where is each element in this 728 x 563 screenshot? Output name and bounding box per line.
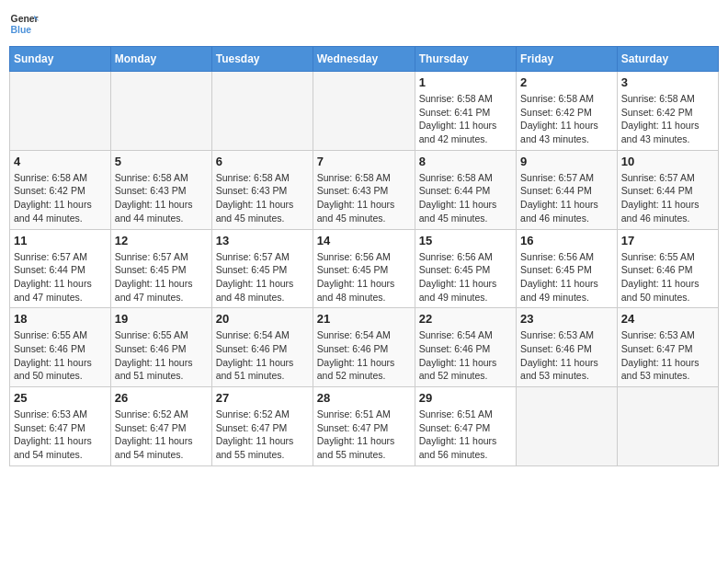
day-info: Sunrise: 6:57 AM Sunset: 6:45 PM Dayligh…	[216, 250, 309, 304]
weekday-header-tuesday: Tuesday	[211, 47, 313, 72]
day-number: 26	[115, 391, 208, 405]
weekday-header-thursday: Thursday	[415, 47, 516, 72]
day-info: Sunrise: 6:58 AM Sunset: 6:43 PM Dayligh…	[216, 171, 309, 225]
weekday-header-wednesday: Wednesday	[313, 47, 415, 72]
day-info: Sunrise: 6:55 AM Sunset: 6:46 PM Dayligh…	[621, 250, 714, 304]
calendar-table: SundayMondayTuesdayWednesdayThursdayFrid…	[9, 46, 719, 466]
weekday-header-sunday: Sunday	[10, 47, 111, 72]
day-number: 11	[14, 234, 107, 247]
calendar-cell: 25Sunrise: 6:53 AM Sunset: 6:47 PM Dayli…	[10, 387, 111, 466]
day-info: Sunrise: 6:54 AM Sunset: 6:46 PM Dayligh…	[419, 328, 512, 383]
day-number: 18	[14, 312, 107, 326]
day-info: Sunrise: 6:53 AM Sunset: 6:47 PM Dayligh…	[621, 328, 714, 383]
calendar-cell: 6Sunrise: 6:58 AM Sunset: 6:43 PM Daylig…	[211, 150, 313, 229]
day-info: Sunrise: 6:58 AM Sunset: 6:42 PM Dayligh…	[520, 92, 613, 146]
day-number: 13	[216, 234, 309, 247]
day-info: Sunrise: 6:58 AM Sunset: 6:42 PM Dayligh…	[14, 171, 107, 225]
calendar-cell: 4Sunrise: 6:58 AM Sunset: 6:42 PM Daylig…	[10, 150, 111, 229]
day-info: Sunrise: 6:58 AM Sunset: 6:43 PM Dayligh…	[115, 171, 208, 225]
day-info: Sunrise: 6:56 AM Sunset: 6:45 PM Dayligh…	[520, 250, 613, 304]
calendar-cell: 10Sunrise: 6:57 AM Sunset: 6:44 PM Dayli…	[617, 150, 718, 229]
calendar-cell: 21Sunrise: 6:54 AM Sunset: 6:46 PM Dayli…	[313, 308, 415, 387]
day-number: 20	[216, 312, 309, 326]
calendar-cell: 13Sunrise: 6:57 AM Sunset: 6:45 PM Dayli…	[211, 229, 313, 308]
weekday-header-monday: Monday	[110, 47, 211, 72]
calendar-cell: 12Sunrise: 6:57 AM Sunset: 6:45 PM Dayli…	[110, 229, 211, 308]
calendar-cell: 26Sunrise: 6:52 AM Sunset: 6:47 PM Dayli…	[110, 387, 211, 466]
day-info: Sunrise: 6:52 AM Sunset: 6:47 PM Dayligh…	[216, 408, 309, 462]
calendar-cell: 14Sunrise: 6:56 AM Sunset: 6:45 PM Dayli…	[313, 229, 415, 308]
calendar-week-2: 4Sunrise: 6:58 AM Sunset: 6:42 PM Daylig…	[10, 150, 719, 229]
day-number: 6	[216, 155, 309, 168]
day-info: Sunrise: 6:58 AM Sunset: 6:44 PM Dayligh…	[419, 171, 512, 225]
calendar-cell	[617, 387, 718, 466]
page-header: General Blue	[9, 9, 719, 39]
calendar-cell	[10, 72, 111, 151]
day-info: Sunrise: 6:53 AM Sunset: 6:47 PM Dayligh…	[14, 408, 107, 462]
calendar-cell: 16Sunrise: 6:56 AM Sunset: 6:45 PM Dayli…	[517, 229, 618, 308]
day-info: Sunrise: 6:57 AM Sunset: 6:44 PM Dayligh…	[621, 171, 714, 225]
calendar-cell: 28Sunrise: 6:51 AM Sunset: 6:47 PM Dayli…	[313, 387, 415, 466]
day-number: 5	[115, 155, 208, 168]
weekday-header-saturday: Saturday	[617, 47, 718, 72]
logo: General Blue	[9, 9, 42, 39]
calendar-cell: 20Sunrise: 6:54 AM Sunset: 6:46 PM Dayli…	[211, 308, 313, 387]
day-number: 29	[419, 391, 512, 405]
day-number: 14	[317, 234, 411, 247]
logo-icon: General Blue	[9, 9, 39, 39]
day-number: 17	[621, 234, 714, 247]
day-info: Sunrise: 6:51 AM Sunset: 6:47 PM Dayligh…	[317, 408, 411, 462]
day-number: 22	[419, 312, 512, 326]
day-number: 24	[621, 312, 714, 326]
day-info: Sunrise: 6:56 AM Sunset: 6:45 PM Dayligh…	[419, 250, 512, 304]
day-info: Sunrise: 6:57 AM Sunset: 6:44 PM Dayligh…	[14, 250, 107, 304]
day-number: 8	[419, 155, 512, 168]
day-number: 16	[520, 234, 613, 247]
day-number: 15	[419, 234, 512, 247]
svg-text:Blue: Blue	[11, 25, 32, 35]
day-info: Sunrise: 6:52 AM Sunset: 6:47 PM Dayligh…	[115, 408, 208, 462]
calendar-cell	[517, 387, 618, 466]
calendar-cell: 9Sunrise: 6:57 AM Sunset: 6:44 PM Daylig…	[517, 150, 618, 229]
day-number: 28	[317, 391, 411, 405]
day-number: 25	[14, 391, 107, 405]
calendar-week-3: 11Sunrise: 6:57 AM Sunset: 6:44 PM Dayli…	[10, 229, 719, 308]
day-number: 19	[115, 312, 208, 326]
calendar-cell: 8Sunrise: 6:58 AM Sunset: 6:44 PM Daylig…	[415, 150, 516, 229]
calendar-cell: 1Sunrise: 6:58 AM Sunset: 6:41 PM Daylig…	[415, 72, 516, 151]
calendar-cell: 24Sunrise: 6:53 AM Sunset: 6:47 PM Dayli…	[617, 308, 718, 387]
calendar-cell	[313, 72, 415, 151]
day-number: 9	[520, 155, 613, 168]
calendar-cell: 29Sunrise: 6:51 AM Sunset: 6:47 PM Dayli…	[415, 387, 516, 466]
calendar-cell: 15Sunrise: 6:56 AM Sunset: 6:45 PM Dayli…	[415, 229, 516, 308]
calendar-cell: 22Sunrise: 6:54 AM Sunset: 6:46 PM Dayli…	[415, 308, 516, 387]
day-info: Sunrise: 6:55 AM Sunset: 6:46 PM Dayligh…	[14, 328, 107, 383]
calendar-week-4: 18Sunrise: 6:55 AM Sunset: 6:46 PM Dayli…	[10, 308, 719, 387]
day-number: 3	[621, 75, 714, 89]
calendar-cell: 17Sunrise: 6:55 AM Sunset: 6:46 PM Dayli…	[617, 229, 718, 308]
day-info: Sunrise: 6:54 AM Sunset: 6:46 PM Dayligh…	[216, 328, 309, 383]
calendar-cell: 11Sunrise: 6:57 AM Sunset: 6:44 PM Dayli…	[10, 229, 111, 308]
day-number: 7	[317, 155, 411, 168]
calendar-cell: 2Sunrise: 6:58 AM Sunset: 6:42 PM Daylig…	[517, 72, 618, 151]
day-info: Sunrise: 6:57 AM Sunset: 6:45 PM Dayligh…	[115, 250, 208, 304]
weekday-header-friday: Friday	[517, 47, 618, 72]
day-info: Sunrise: 6:58 AM Sunset: 6:42 PM Dayligh…	[621, 92, 714, 146]
day-info: Sunrise: 6:53 AM Sunset: 6:46 PM Dayligh…	[520, 328, 613, 383]
day-number: 12	[115, 234, 208, 247]
weekday-header-row: SundayMondayTuesdayWednesdayThursdayFrid…	[10, 47, 719, 72]
day-info: Sunrise: 6:58 AM Sunset: 6:41 PM Dayligh…	[419, 92, 512, 146]
day-info: Sunrise: 6:57 AM Sunset: 6:44 PM Dayligh…	[520, 171, 613, 225]
day-number: 21	[317, 312, 411, 326]
calendar-cell: 3Sunrise: 6:58 AM Sunset: 6:42 PM Daylig…	[617, 72, 718, 151]
day-info: Sunrise: 6:56 AM Sunset: 6:45 PM Dayligh…	[317, 250, 411, 304]
day-number: 27	[216, 391, 309, 405]
day-number: 10	[621, 155, 714, 168]
day-number: 4	[14, 155, 107, 168]
calendar-cell: 27Sunrise: 6:52 AM Sunset: 6:47 PM Dayli…	[211, 387, 313, 466]
day-info: Sunrise: 6:51 AM Sunset: 6:47 PM Dayligh…	[419, 408, 512, 462]
calendar-cell: 23Sunrise: 6:53 AM Sunset: 6:46 PM Dayli…	[517, 308, 618, 387]
day-info: Sunrise: 6:55 AM Sunset: 6:46 PM Dayligh…	[115, 328, 208, 383]
calendar-cell: 19Sunrise: 6:55 AM Sunset: 6:46 PM Dayli…	[110, 308, 211, 387]
calendar-week-1: 1Sunrise: 6:58 AM Sunset: 6:41 PM Daylig…	[10, 72, 719, 151]
